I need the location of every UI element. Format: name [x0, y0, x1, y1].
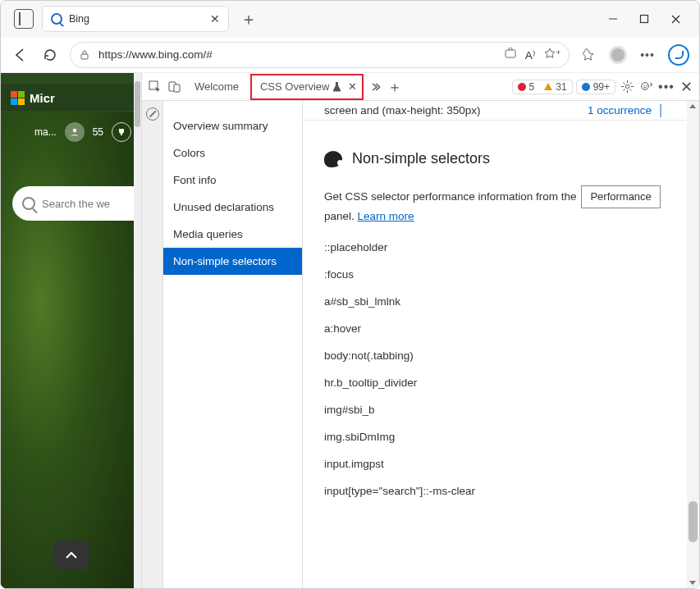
selector-item[interactable]: input[type="search"]::-ms-clear	[324, 485, 665, 497]
clear-icon[interactable]	[146, 107, 159, 121]
page-scrollbar[interactable]	[134, 73, 141, 588]
media-query-remnant: screen and (max-height: 350px) 1 occurre…	[303, 101, 686, 121]
bing-background-image	[1, 112, 135, 588]
sidenav-unused-declarations[interactable]: Unused declarations	[163, 194, 302, 221]
back-button[interactable]	[11, 45, 30, 65]
devtools-more-icon[interactable]: •••	[658, 79, 675, 95]
error-counter[interactable]: 531	[512, 80, 573, 94]
svg-point-6	[72, 129, 75, 132]
svg-rect-5	[506, 50, 515, 57]
sidenav-media-queries[interactable]: Media queries	[163, 221, 302, 248]
bing-favicon-icon	[51, 13, 62, 25]
more-tabs-chevron-icon[interactable]	[367, 79, 383, 95]
devtools-body: Overview summary Colors Font info Unused…	[142, 101, 699, 588]
sidenav-font-info[interactable]: Font info	[163, 167, 302, 194]
feedback-icon[interactable]	[638, 79, 655, 95]
window-controls	[608, 14, 693, 25]
scroll-up-arrow-icon[interactable]	[689, 104, 696, 108]
device-toggle-icon[interactable]	[167, 79, 183, 95]
scroll-up-button[interactable]	[54, 541, 89, 570]
svg-point-10	[625, 84, 629, 88]
scroll-thumb[interactable]	[689, 501, 698, 542]
selector-item[interactable]: img.sbiDmImg	[324, 431, 665, 443]
occurrence-link[interactable]: 1 occurrence │	[588, 104, 665, 116]
selector-item[interactable]: a:hover	[324, 322, 665, 335]
selector-item[interactable]: a#sb_sbi_lmlnk	[324, 295, 665, 308]
address-bar[interactable]: https://www.bing.com/# A⁾ +	[70, 42, 570, 68]
refresh-button[interactable]	[40, 45, 60, 65]
devtools-panel: Welcome CSS Overview ✕ ＋ 531 99+ ••• ✕ O…	[142, 73, 699, 588]
performance-button[interactable]: Performance	[581, 185, 660, 208]
section-title: Non-simple selectors	[352, 150, 490, 167]
tab-close-icon[interactable]: ✕	[210, 12, 220, 25]
tab-css-overview-label: CSS Overview	[260, 80, 330, 93]
svg-point-11	[641, 82, 648, 89]
tab-title: Bing	[69, 13, 204, 25]
tab-css-overview[interactable]: CSS Overview ✕	[250, 74, 364, 100]
toolbar: https://www.bing.com/# A⁾ + •••	[1, 37, 699, 73]
bing-top-icons: ma... 55	[1, 122, 131, 142]
settings-gear-icon[interactable]	[619, 79, 635, 95]
tab-actions-icon[interactable]	[14, 9, 34, 29]
svg-rect-4	[81, 54, 88, 59]
sidenav-non-simple-selectors[interactable]: Non-simple selectors	[163, 248, 302, 275]
page-viewport: Micr ma... 55 Search the we	[1, 73, 142, 588]
profile-circle-icon[interactable]	[65, 122, 85, 142]
devtools-gutter	[142, 101, 163, 588]
css-overview-main: screen and (max-height: 350px) 1 occurre…	[303, 101, 699, 588]
search-icon	[22, 197, 35, 210]
selector-item[interactable]: hr.b_tooltip_divider	[324, 377, 665, 389]
scroll-down-arrow-icon[interactable]	[689, 581, 696, 585]
more-menu-icon[interactable]: •••	[638, 46, 657, 64]
svg-rect-9	[174, 84, 180, 92]
selector-item[interactable]: img#sbi_b	[324, 404, 665, 416]
copilot-icon[interactable]	[668, 44, 689, 66]
selector-item[interactable]: :focus	[324, 268, 665, 281]
window-minimize-button[interactable]	[608, 14, 618, 25]
new-tab-button[interactable]: ＋	[240, 8, 257, 30]
browser-tab[interactable]: Bing ✕	[42, 6, 229, 32]
svg-rect-1	[641, 15, 648, 22]
window-titlebar: Bing ✕ ＋	[1, 1, 699, 37]
selector-item[interactable]: ::placeholder	[324, 241, 665, 253]
profile-avatar[interactable]	[609, 46, 627, 64]
favorite-star-icon[interactable]: +	[543, 47, 560, 62]
microsoft-logo-icon	[11, 91, 25, 105]
url-text: https://www.bing.com/#	[98, 48, 496, 61]
rewards-points[interactable]: 55	[93, 126, 103, 138]
media-query-text: screen and (max-height: 350px)	[324, 104, 481, 116]
sidenav-colors[interactable]: Colors	[163, 139, 302, 167]
section-description: Get CSS selector performance information…	[303, 185, 686, 225]
window-maximize-button[interactable]	[639, 14, 649, 25]
learn-more-link[interactable]: Learn more	[358, 210, 414, 222]
favorites-icon[interactable]	[579, 46, 597, 64]
main-scrollbar[interactable]	[687, 101, 699, 588]
palette-icon	[324, 151, 342, 167]
microsoft-header: Micr	[1, 84, 141, 111]
site-info-lock-icon[interactable]	[79, 49, 90, 61]
selector-list: ::placeholder :focus a#sb_sbi_lmlnk a:ho…	[303, 225, 686, 528]
selector-item[interactable]: body:not(.tabbing)	[324, 349, 665, 362]
content-area: Micr ma... 55 Search the we Welcome CSS …	[1, 73, 699, 588]
section-heading: Non-simple selectors	[303, 150, 686, 167]
microsoft-brand-text: Micr	[30, 91, 55, 105]
sidenav-overview-summary[interactable]: Overview summary	[163, 112, 302, 139]
info-counter[interactable]: 99+	[576, 80, 615, 94]
flask-icon	[332, 81, 341, 92]
tab-welcome[interactable]: Welcome	[186, 74, 247, 100]
inspect-element-icon[interactable]	[147, 79, 163, 95]
bing-search-box[interactable]: Search the we	[12, 186, 141, 221]
selector-item[interactable]: input.imgpst	[324, 458, 665, 470]
read-aloud-icon[interactable]: A⁾	[525, 48, 535, 62]
window-close-button[interactable]	[670, 14, 681, 25]
search-placeholder: Search the we	[42, 198, 110, 210]
new-tab-plus-icon[interactable]: ＋	[387, 79, 403, 95]
devtools-toolbar: Welcome CSS Overview ✕ ＋ 531 99+ ••• ✕	[142, 73, 699, 101]
rewards-trophy-icon[interactable]	[112, 122, 131, 142]
toolbar-right: •••	[579, 44, 689, 66]
shopping-icon[interactable]	[504, 48, 517, 62]
tab-close-icon[interactable]: ✕	[348, 80, 357, 93]
devtools-close-icon[interactable]: ✕	[678, 79, 694, 95]
profile-label: ma...	[34, 126, 57, 138]
css-overview-sidenav: Overview summary Colors Font info Unused…	[163, 101, 303, 588]
